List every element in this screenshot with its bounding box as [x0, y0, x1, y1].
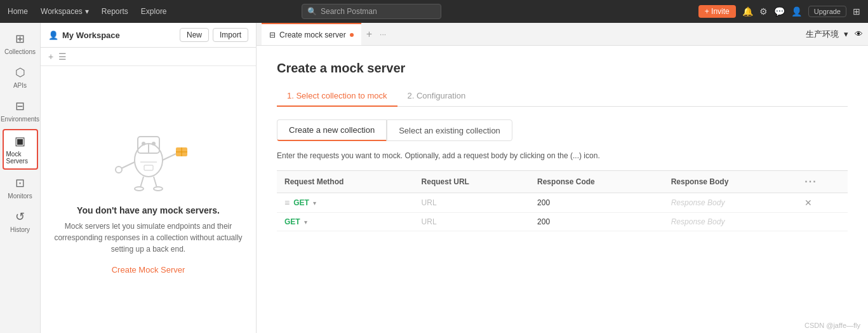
svg-point-14 [154, 187, 163, 191]
col-header-response-code: Response Code [530, 171, 664, 193]
create-new-collection-button[interactable]: Create a new collection [277, 119, 387, 141]
nav-workspaces[interactable]: Workspaces ▾ [41, 7, 89, 16]
col-header-actions: ··· [797, 171, 848, 193]
sidebar-header: 👤 My Workspace New Import [41, 23, 256, 48]
upgrade-button[interactable]: Upgrade [808, 6, 846, 17]
page-title: Create a mock server [277, 61, 848, 76]
drag-handle-1[interactable]: ≡ [284, 198, 290, 208]
svg-line-5 [121, 162, 135, 168]
sidebar-actions: New Import [180, 28, 248, 42]
main-content: Create a mock server 1. Select collectio… [257, 46, 868, 333]
env-selector[interactable]: 生产环境 ▾ [806, 29, 848, 40]
sidebar-item-label: Environments [1, 116, 39, 123]
url-placeholder-1: URL [422, 198, 437, 207]
svg-line-7 [163, 154, 176, 160]
svg-line-11 [140, 177, 144, 187]
sidebar-item-environments[interactable]: ⊟ Environments [3, 95, 38, 126]
col-header-method: Request Method [277, 171, 414, 193]
sidebar-panel: 👤 My Workspace New Import + ☰ [41, 23, 257, 333]
sidebar-item-label: History [10, 226, 30, 233]
step-tab-2[interactable]: 2. Configuration [397, 86, 476, 107]
apis-icon: ⬡ [15, 65, 25, 79]
new-button[interactable]: New [180, 28, 209, 42]
history-icon: ↺ [15, 210, 25, 224]
right-panel: ⊟ Create mock server + ··· 生产环境 ▾ 👁 Crea… [257, 23, 868, 333]
chevron-down-icon: ▾ [844, 29, 848, 39]
url-cell-1[interactable]: URL [414, 193, 530, 213]
sidebar-item-label: Mock Servers [6, 151, 34, 165]
environments-icon: ⊟ [15, 99, 25, 113]
select-existing-collection-button[interactable]: Select an existing collection [387, 119, 512, 141]
method-cell-2: GET ▾ [277, 213, 414, 231]
search-bar[interactable]: 🔍 Search Postman [302, 4, 441, 19]
svg-point-6 [116, 166, 122, 173]
gear-icon[interactable]: ⚙ [759, 6, 768, 17]
sidebar-item-apis[interactable]: ⬡ APIs [3, 62, 38, 93]
sidebar-item-label: Monitors [8, 193, 32, 200]
empty-state-title: You don't have any mock servers. [77, 205, 220, 215]
table-row: ≡ GET ▾ URL 200 Response Body [277, 193, 848, 213]
add-tab-button[interactable]: + [363, 29, 376, 40]
import-button[interactable]: Import [213, 28, 248, 42]
nav-reports[interactable]: Reports [102, 7, 128, 16]
close-cell-1[interactable]: ✕ [797, 193, 848, 213]
nav-explore[interactable]: Explore [141, 7, 167, 16]
method-dropdown-2[interactable]: ▾ [304, 219, 307, 226]
col-header-response-body: Response Body [664, 171, 798, 193]
collection-buttons: Create a new collection Select an existi… [277, 119, 848, 141]
top-nav: Home Workspaces ▾ Reports Explore 🔍 Sear… [0, 0, 868, 23]
col-header-url: Request URL [414, 171, 530, 193]
sidebar-item-mock-servers[interactable]: ▣ Mock Servers [3, 129, 38, 170]
method-badge-2: GET [284, 217, 300, 226]
add-icon[interactable]: + [48, 51, 53, 62]
expand-icon[interactable]: ⊞ [853, 6, 860, 17]
server-icon: ⊟ [269, 31, 276, 39]
svg-line-12 [154, 177, 157, 187]
close-icon-1[interactable]: ✕ [805, 198, 812, 208]
monitors-icon: ⊡ [15, 176, 25, 190]
response-placeholder-1: Response Body [671, 198, 725, 207]
svg-rect-16 [144, 165, 153, 170]
search-placeholder: Search Postman [321, 7, 377, 16]
create-mock-server-link[interactable]: Create Mock Server [112, 265, 185, 275]
person-icon: 👤 [48, 31, 58, 40]
search-icon: 🔍 [307, 7, 317, 16]
workspace-label: 👤 My Workspace [48, 31, 120, 40]
nav-home[interactable]: Home [8, 7, 28, 16]
url-placeholder-2: URL [422, 217, 437, 226]
method-badge-1: GET [293, 198, 309, 207]
bell-icon[interactable]: 🔔 [742, 6, 753, 17]
filter-icon[interactable]: ☰ [58, 51, 67, 62]
eye-icon[interactable]: 👁 [855, 29, 863, 39]
step-tabs: 1. Select collection to mock 2. Configur… [277, 86, 848, 107]
code-cell-2: 200 [530, 213, 664, 231]
empty-state: You don't have any mock servers. Mock se… [41, 66, 256, 333]
empty-state-desc: Mock servers let you simulate endpoints … [53, 221, 243, 255]
response-cell-2[interactable]: Response Body [664, 213, 798, 231]
collections-icon: ⊞ [15, 32, 25, 46]
invite-button[interactable]: + Invite [698, 5, 736, 18]
sidebar-icons: ⊞ Collections ⬡ APIs ⊟ Environments ▣ Mo… [0, 23, 41, 333]
sidebar-item-collections[interactable]: ⊞ Collections [3, 28, 38, 59]
response-cell-1[interactable]: Response Body [664, 193, 798, 213]
table-more-icon[interactable]: ··· [805, 176, 817, 187]
more-tabs-button[interactable]: ··· [377, 30, 389, 39]
sidebar-item-history[interactable]: ↺ History [3, 206, 38, 237]
tab-label: Create mock server [279, 31, 346, 39]
hint-text: Enter the requests you want to mock. Opt… [277, 151, 848, 160]
avatar[interactable]: 👤 [791, 6, 802, 17]
svg-point-2 [142, 142, 145, 146]
robot-illustration [107, 125, 190, 195]
method-cell-1: ≡ GET ▾ [277, 193, 414, 213]
settings-icon[interactable]: 💬 [774, 6, 785, 17]
tab-create-mock-server[interactable]: ⊟ Create mock server [262, 23, 361, 46]
sidebar-toolbar: + ☰ [41, 48, 256, 66]
sidebar-item-label: APIs [13, 82, 27, 89]
watermark: CSDN @jaffe—fly [805, 322, 860, 329]
url-cell-2[interactable]: URL [414, 213, 530, 231]
table-row: GET ▾ URL 200 Response Body [277, 213, 848, 231]
method-dropdown-1[interactable]: ▾ [313, 200, 316, 207]
main-layout: ⊞ Collections ⬡ APIs ⊟ Environments ▣ Mo… [0, 23, 868, 333]
step-tab-1[interactable]: 1. Select collection to mock [277, 86, 397, 107]
sidebar-item-monitors[interactable]: ⊡ Monitors [3, 172, 38, 203]
